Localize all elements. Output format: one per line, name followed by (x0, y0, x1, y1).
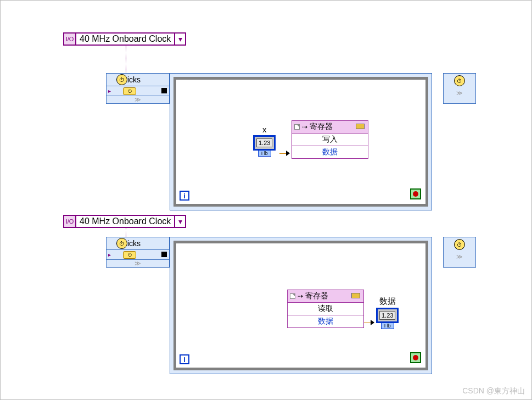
timed-loop-body: ⇢ 寄存器 读取 数据 数据 1.23 I lb i (170, 237, 432, 374)
register-op: 写入 (292, 134, 368, 146)
arrow-icon: ⇢ (298, 292, 303, 300)
control-datatype-tag: I lb (258, 151, 271, 157)
clock-icon: ⏱ (116, 238, 127, 249)
register-op: 读取 (288, 303, 363, 315)
register-write-node[interactable]: ⇢ 寄存器 写入 数据 (292, 120, 368, 159)
expand-chevron-icon[interactable]: ≫ (456, 253, 463, 260)
numeric-control-x[interactable]: x 1.23 I lb (253, 125, 276, 157)
register-title: 寄存器 (310, 122, 333, 132)
led-icon (351, 293, 360, 298)
clock-label: 40 MHz Onboard Clock (76, 216, 174, 227)
timed-loop-right-node[interactable]: ⏱ ≫ (443, 73, 476, 104)
stop-condition-terminal[interactable] (410, 188, 421, 199)
arrow-icon: ⇢ (302, 123, 307, 131)
clock-icon: ⏱ (454, 75, 465, 86)
clock-icon: ⏱ (116, 74, 127, 85)
io-icon: I/O (64, 34, 76, 45)
expand-chevron-icon[interactable]: ≫ (107, 259, 169, 267)
expand-chevron-icon[interactable]: ≫ (107, 96, 169, 103)
diagram-canvas: I/O 40 MHz Onboard Clock ▾ ⏱ ticks ▸ ⏲ ≫… (0, 0, 532, 400)
timed-loop-2: ⏱ ticks ▸ ⏲ ≫ ⇢ 寄存器 读 (106, 237, 479, 374)
control-label: x (262, 125, 267, 134)
timed-loop-body: x 1.23 I lb ⇢ 寄存器 写入 (170, 73, 432, 210)
count-terminal (161, 252, 167, 257)
count-terminal (161, 88, 167, 93)
stop-dot-icon (413, 355, 418, 360)
register-header: ⇢ 寄存器 (288, 290, 363, 303)
timed-loop-left-node[interactable]: ⏱ ticks ▸ ⏲ ≫ (106, 237, 170, 268)
numeric-indicator-data[interactable]: 数据 1.23 I lb (376, 296, 399, 329)
loop-frame: x 1.23 I lb ⇢ 寄存器 写入 (173, 77, 428, 207)
ticks-label: ticks (125, 239, 141, 248)
input-arrow-icon: ▸ (107, 88, 112, 94)
control-box: 1.23 (253, 135, 276, 151)
iteration-terminal[interactable]: i (180, 354, 189, 364)
timed-loop-1: ⏱ ticks ▸ ⏲ ≫ x 1.23 I lb (106, 73, 479, 210)
timer-icon: ⏲ (123, 251, 136, 259)
register-title: 寄存器 (305, 291, 328, 301)
timer-icon: ⏲ (123, 87, 136, 95)
loop-frame: ⇢ 寄存器 读取 数据 数据 1.23 I lb i (173, 241, 428, 370)
iteration-terminal[interactable]: i (180, 191, 189, 201)
chevron-down-icon[interactable]: ▾ (174, 34, 185, 45)
indicator-value: 1.23 (379, 311, 395, 320)
watermark: CSDN @東方神山 (462, 386, 525, 396)
clock-source-selector-1[interactable]: I/O 40 MHz Onboard Clock ▾ (63, 32, 186, 46)
clock-label: 40 MHz Onboard Clock (76, 34, 174, 45)
wire-arrow-icon (286, 151, 290, 156)
timed-loop-right-node[interactable]: ⏱ ≫ (443, 237, 476, 268)
register-read-node[interactable]: ⇢ 寄存器 读取 数据 (287, 290, 364, 328)
register-field: 数据 (288, 315, 363, 327)
register-header: ⇢ 寄存器 (292, 121, 368, 134)
corner-icon (290, 293, 295, 299)
input-arrow-icon: ▸ (107, 252, 112, 258)
led-icon (356, 124, 365, 129)
stop-condition-terminal[interactable] (410, 352, 421, 363)
io-icon: I/O (64, 216, 76, 227)
chevron-down-icon[interactable]: ▾ (174, 216, 185, 227)
indicator-datatype-tag: I lb (381, 323, 394, 329)
ticks-label: ticks (125, 75, 141, 84)
indicator-label: 数据 (379, 296, 396, 307)
clock-source-selector-2[interactable]: I/O 40 MHz Onboard Clock ▾ (63, 215, 186, 228)
indicator-box: 1.23 (376, 308, 399, 323)
expand-chevron-icon[interactable]: ≫ (456, 90, 463, 97)
wire-arrow-icon (371, 320, 374, 325)
register-field: 数据 (292, 146, 368, 158)
timed-loop-left-node[interactable]: ⏱ ticks ▸ ⏲ ≫ (106, 73, 170, 104)
corner-icon (294, 124, 300, 130)
clock-icon: ⏱ (454, 239, 465, 250)
wire (126, 46, 126, 74)
control-value: 1.23 (256, 138, 272, 147)
stop-dot-icon (413, 191, 418, 197)
